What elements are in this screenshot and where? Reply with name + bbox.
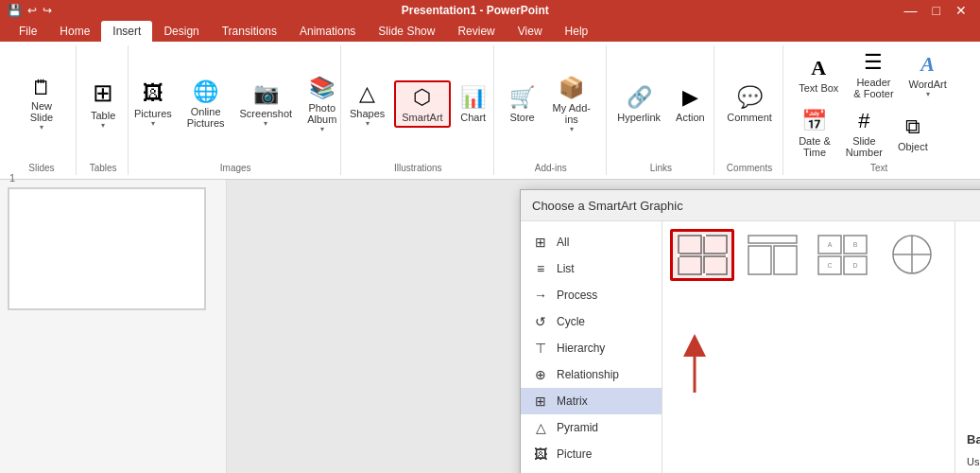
tab-review[interactable]: Review <box>446 21 506 42</box>
category-officecom[interactable]: 🌐 Office.com <box>521 467 662 473</box>
table-button[interactable]: ⊞ Table ▾ <box>84 76 122 132</box>
online-pictures-button[interactable]: 🌐 OnlinePictures <box>181 77 231 131</box>
dialog-titlebar: Choose a SmartArt Graphic ? ✕ <box>521 190 980 221</box>
category-pyramid[interactable]: △ Pyramid <box>521 414 662 441</box>
dialog-title: Choose a SmartArt Graphic <box>532 199 683 213</box>
minimize-btn[interactable]: — <box>899 3 923 18</box>
svg-rect-10 <box>774 246 797 274</box>
images-group-label: Images <box>220 161 251 173</box>
category-list-label: List <box>557 262 575 275</box>
graphic-cycle-matrix[interactable] <box>880 229 944 281</box>
graphic-grid-matrix[interactable]: A B C D <box>810 229 874 281</box>
screenshot-button[interactable]: 📷 Screenshot ▾ <box>234 79 299 131</box>
my-addins-arrow: ▾ <box>570 125 574 133</box>
main-area: 1 Choose a SmartArt Graphic ? ✕ ⊞ All <box>0 180 980 473</box>
chart-icon: 📊 <box>460 85 486 110</box>
quick-access-redo[interactable]: ↪ <box>43 4 52 17</box>
quick-access-save[interactable]: 💾 <box>8 4 22 17</box>
tab-help[interactable]: Help <box>554 21 600 42</box>
action-button[interactable]: ▶ Action <box>670 82 711 126</box>
close-btn[interactable]: ✕ <box>950 3 972 18</box>
list-icon: ≡ <box>532 261 549 276</box>
slide-number-button[interactable]: # SlideNumber <box>840 106 888 161</box>
ribbon-tab-bar: File Home Insert Design Transitions Anim… <box>0 21 980 42</box>
wordart-button[interactable]: A WordArt ▾ <box>903 49 953 101</box>
smartart-button[interactable]: ⬡ SmartArt <box>394 80 450 128</box>
tab-insert[interactable]: Insert <box>101 21 152 42</box>
screenshot-icon: 📷 <box>253 81 279 106</box>
svg-text:C: C <box>827 262 832 269</box>
hyperlink-icon: 🔗 <box>627 85 652 110</box>
category-hierarchy[interactable]: ⊤ Hierarchy <box>521 335 662 361</box>
store-button[interactable]: 🛒 Store <box>504 82 542 126</box>
svg-rect-0 <box>679 236 701 254</box>
tab-slideshow[interactable]: Slide Show <box>367 21 446 42</box>
category-relationship-label: Relationship <box>557 368 619 381</box>
hyperlink-button[interactable]: 🔗 Hyperlink <box>611 82 666 126</box>
comments-group-label: Comments <box>727 161 772 173</box>
photo-album-button[interactable]: 📚 PhotoAlbum ▾ <box>301 73 342 136</box>
header-footer-button[interactable]: ☰ Header& Footer <box>848 47 899 102</box>
category-picture[interactable]: 🖼 Picture <box>521 441 662 467</box>
wordart-icon: A <box>920 52 935 77</box>
tab-design[interactable]: Design <box>152 21 210 42</box>
category-list: ⊞ All ≡ List → Process ↺ Cycle <box>521 221 662 473</box>
new-slide-button[interactable]: 🗒 New Slide ▾ <box>15 75 68 134</box>
maximize-btn[interactable]: □ <box>927 3 946 18</box>
header-footer-label: Header& Footer <box>853 77 893 99</box>
quick-access-undo[interactable]: ↩ <box>27 4 37 17</box>
category-process-label: Process <box>557 289 597 302</box>
my-addins-button[interactable]: 📦 My Add-ins ▾ <box>545 73 598 136</box>
chart-button[interactable]: 📊 Chart <box>455 82 492 126</box>
my-addins-label: My Add-ins <box>551 102 593 125</box>
graphic-titled-matrix[interactable] <box>740 229 804 281</box>
ribbon-group-illustrations: △ Shapes ▾ ⬡ SmartArt 📊 Chart Illustrati… <box>343 45 493 175</box>
comment-button[interactable]: 💬 Comment <box>721 82 778 126</box>
tab-file[interactable]: File <box>8 21 48 42</box>
graphic-basic-matrix[interactable] <box>670 229 734 281</box>
app-title: Presentation1 - PowerPoint <box>52 4 899 17</box>
ribbon-group-comments: 💬 Comment Comments <box>716 45 783 175</box>
category-cycle[interactable]: ↺ Cycle <box>521 308 662 335</box>
svg-rect-3 <box>704 256 727 274</box>
slide-number-icon: # <box>858 109 869 133</box>
pictures-button[interactable]: 🖼 Pictures ▾ <box>129 79 178 131</box>
datetime-button[interactable]: 📅 Date &Time <box>793 106 836 161</box>
slide-number: 1 <box>9 172 15 184</box>
object-button[interactable]: ⧉ Object <box>892 112 934 155</box>
slide-thumbnail[interactable]: 1 <box>8 187 206 310</box>
category-relationship[interactable]: ⊕ Relationship <box>521 361 662 388</box>
my-addins-icon: 📦 <box>559 76 584 100</box>
category-process[interactable]: → Process <box>521 282 662 308</box>
action-icon: ▶ <box>682 85 698 110</box>
picture-icon: 🖼 <box>532 447 549 462</box>
category-all-label: All <box>557 236 569 249</box>
dialog-body: ⊞ All ≡ List → Process ↺ Cycle <box>521 221 980 473</box>
textbox-icon: A <box>811 56 826 80</box>
comment-icon: 💬 <box>737 85 763 110</box>
svg-text:B: B <box>852 241 857 248</box>
ribbon-group-links: 🔗 Hyperlink ▶ Action Links <box>609 45 714 175</box>
links-group-label: Links <box>650 161 672 173</box>
category-matrix[interactable]: ⊞ Matrix <box>521 388 662 414</box>
relationship-icon: ⊕ <box>532 367 549 382</box>
tab-transitions[interactable]: Transitions <box>211 21 288 42</box>
shapes-button[interactable]: △ Shapes ▾ <box>344 79 390 131</box>
tab-view[interactable]: View <box>507 21 554 42</box>
pictures-label: Pictures <box>134 108 172 119</box>
header-footer-icon: ☰ <box>864 50 883 75</box>
tab-animations[interactable]: Animations <box>288 21 367 42</box>
chart-label: Chart <box>460 112 486 123</box>
new-slide-icon: 🗒 <box>31 78 52 98</box>
slides-items: 🗒 New Slide ▾ <box>15 47 68 161</box>
matrix-icon: ⊞ <box>532 394 549 409</box>
ribbon-group-addins: 🛒 Store 📦 My Add-ins ▾ Add-ins <box>496 45 607 175</box>
shapes-arrow: ▾ <box>366 119 370 128</box>
textbox-button[interactable]: A Text Box <box>793 53 844 96</box>
category-all[interactable]: ⊞ All <box>521 229 662 255</box>
category-list[interactable]: ≡ List <box>521 255 662 282</box>
tab-home[interactable]: Home <box>48 21 101 42</box>
store-label: Store <box>509 112 534 123</box>
svg-rect-9 <box>748 246 771 274</box>
svg-text:A: A <box>827 241 832 248</box>
